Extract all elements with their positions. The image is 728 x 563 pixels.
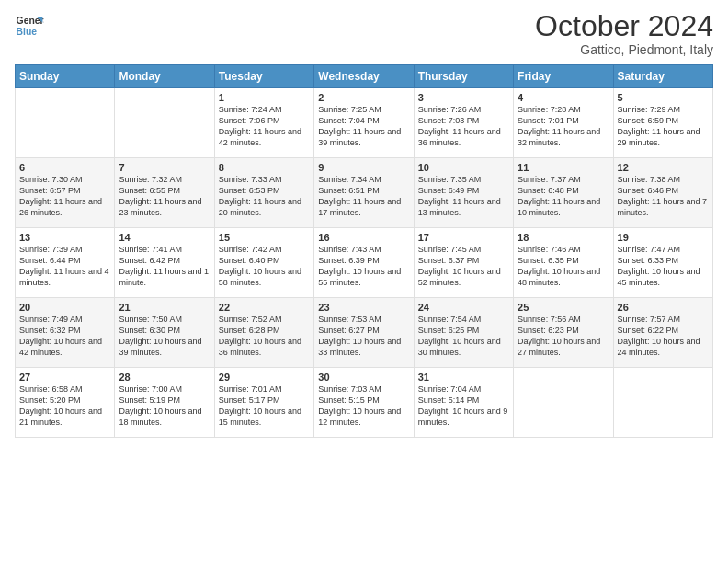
calendar-cell: 24Sunrise: 7:54 AMSunset: 6:25 PMDayligh… xyxy=(414,298,513,368)
cell-content: Sunrise: 7:43 AMSunset: 6:39 PMDaylight:… xyxy=(318,245,401,287)
day-number: 22 xyxy=(219,302,310,313)
cell-content: Sunrise: 7:24 AMSunset: 7:06 PMDaylight:… xyxy=(219,105,301,147)
calendar-cell: 9Sunrise: 7:34 AMSunset: 6:51 PMDaylight… xyxy=(314,158,414,228)
calendar-cell: 10Sunrise: 7:35 AMSunset: 6:49 PMDayligh… xyxy=(414,158,513,228)
day-number: 12 xyxy=(618,162,709,173)
calendar-row: 1Sunrise: 7:24 AMSunset: 7:06 PMDaylight… xyxy=(16,88,713,158)
calendar-cell: 25Sunrise: 7:56 AMSunset: 6:23 PMDayligh… xyxy=(514,298,613,368)
cell-content: Sunrise: 7:45 AMSunset: 6:37 PMDaylight:… xyxy=(418,245,501,287)
calendar-cell: 4Sunrise: 7:28 AMSunset: 7:01 PMDaylight… xyxy=(514,88,613,158)
cell-content: Sunrise: 7:00 AMSunset: 5:19 PMDaylight:… xyxy=(119,385,201,427)
day-number: 18 xyxy=(518,232,609,243)
title-block: October 2024 Gattico, Piedmont, Italy xyxy=(535,11,713,57)
calendar-cell: 19Sunrise: 7:47 AMSunset: 6:33 PMDayligh… xyxy=(613,228,712,298)
calendar-cell: 26Sunrise: 7:57 AMSunset: 6:22 PMDayligh… xyxy=(613,298,712,368)
day-number: 4 xyxy=(518,92,609,103)
day-number: 17 xyxy=(418,232,509,243)
cell-content: Sunrise: 6:58 AMSunset: 5:20 PMDaylight:… xyxy=(19,385,102,427)
cell-content: Sunrise: 7:39 AMSunset: 6:44 PMDaylight:… xyxy=(19,245,109,287)
day-number: 8 xyxy=(219,162,310,173)
cell-content: Sunrise: 7:54 AMSunset: 6:25 PMDaylight:… xyxy=(418,315,501,357)
cell-content: Sunrise: 7:42 AMSunset: 6:40 PMDaylight:… xyxy=(219,245,301,287)
day-number: 28 xyxy=(119,372,210,383)
calendar-row: 27Sunrise: 6:58 AMSunset: 5:20 PMDayligh… xyxy=(16,368,713,438)
calendar-cell: 23Sunrise: 7:53 AMSunset: 6:27 PMDayligh… xyxy=(314,298,414,368)
cell-content: Sunrise: 7:29 AMSunset: 6:59 PMDaylight:… xyxy=(618,105,700,147)
weekday-header: Monday xyxy=(115,65,214,88)
calendar-row: 6Sunrise: 7:30 AMSunset: 6:57 PMDaylight… xyxy=(16,158,713,228)
day-number: 16 xyxy=(318,232,409,243)
day-number: 31 xyxy=(418,372,509,383)
calendar-cell: 8Sunrise: 7:33 AMSunset: 6:53 PMDaylight… xyxy=(214,158,313,228)
day-number: 5 xyxy=(618,92,709,103)
cell-content: Sunrise: 7:53 AMSunset: 6:27 PMDaylight:… xyxy=(318,315,401,357)
cell-content: Sunrise: 7:26 AMSunset: 7:03 PMDaylight:… xyxy=(418,105,501,147)
cell-content: Sunrise: 7:52 AMSunset: 6:28 PMDaylight:… xyxy=(219,315,301,357)
cell-content: Sunrise: 7:49 AMSunset: 6:32 PMDaylight:… xyxy=(19,315,102,357)
logo: General Blue xyxy=(15,11,44,40)
weekday-header: Thursday xyxy=(414,65,513,88)
cell-content: Sunrise: 7:01 AMSunset: 5:17 PMDaylight:… xyxy=(219,385,301,427)
cell-content: Sunrise: 7:32 AMSunset: 6:55 PMDaylight:… xyxy=(119,175,201,217)
cell-content: Sunrise: 7:56 AMSunset: 6:23 PMDaylight:… xyxy=(518,315,600,357)
svg-text:Blue: Blue xyxy=(17,27,38,37)
cell-content: Sunrise: 7:04 AMSunset: 5:14 PMDaylight:… xyxy=(418,385,508,427)
calendar-cell: 17Sunrise: 7:45 AMSunset: 6:37 PMDayligh… xyxy=(414,228,513,298)
calendar-cell: 11Sunrise: 7:37 AMSunset: 6:48 PMDayligh… xyxy=(514,158,613,228)
calendar-cell xyxy=(514,368,613,438)
calendar-cell: 5Sunrise: 7:29 AMSunset: 6:59 PMDaylight… xyxy=(613,88,712,158)
calendar-cell: 30Sunrise: 7:03 AMSunset: 5:15 PMDayligh… xyxy=(314,368,414,438)
day-number: 15 xyxy=(219,232,310,243)
calendar-cell: 2Sunrise: 7:25 AMSunset: 7:04 PMDaylight… xyxy=(314,88,414,158)
calendar-cell: 7Sunrise: 7:32 AMSunset: 6:55 PMDaylight… xyxy=(115,158,214,228)
day-number: 19 xyxy=(618,232,709,243)
calendar-cell: 27Sunrise: 6:58 AMSunset: 5:20 PMDayligh… xyxy=(16,368,115,438)
calendar-cell: 22Sunrise: 7:52 AMSunset: 6:28 PMDayligh… xyxy=(214,298,313,368)
weekday-header: Saturday xyxy=(613,65,712,88)
calendar-header-row: SundayMondayTuesdayWednesdayThursdayFrid… xyxy=(16,65,713,88)
calendar-cell xyxy=(16,88,115,158)
day-number: 20 xyxy=(19,302,110,313)
day-number: 9 xyxy=(318,162,409,173)
calendar-table: SundayMondayTuesdayWednesdayThursdayFrid… xyxy=(15,64,713,438)
page-header: General Blue October 2024 Gattico, Piedm… xyxy=(15,11,713,57)
cell-content: Sunrise: 7:38 AMSunset: 6:46 PMDaylight:… xyxy=(618,175,708,217)
day-number: 14 xyxy=(119,232,210,243)
cell-content: Sunrise: 7:47 AMSunset: 6:33 PMDaylight:… xyxy=(618,245,700,287)
cell-content: Sunrise: 7:03 AMSunset: 5:15 PMDaylight:… xyxy=(318,385,401,427)
day-number: 23 xyxy=(318,302,409,313)
day-number: 13 xyxy=(19,232,110,243)
cell-content: Sunrise: 7:33 AMSunset: 6:53 PMDaylight:… xyxy=(219,175,301,217)
calendar-cell: 13Sunrise: 7:39 AMSunset: 6:44 PMDayligh… xyxy=(16,228,115,298)
calendar-cell: 16Sunrise: 7:43 AMSunset: 6:39 PMDayligh… xyxy=(314,228,414,298)
day-number: 6 xyxy=(19,162,110,173)
day-number: 26 xyxy=(618,302,709,313)
day-number: 2 xyxy=(318,92,409,103)
day-number: 30 xyxy=(318,372,409,383)
calendar-row: 13Sunrise: 7:39 AMSunset: 6:44 PMDayligh… xyxy=(16,228,713,298)
calendar-cell: 3Sunrise: 7:26 AMSunset: 7:03 PMDaylight… xyxy=(414,88,513,158)
cell-content: Sunrise: 7:28 AMSunset: 7:01 PMDaylight:… xyxy=(518,105,600,147)
weekday-header: Tuesday xyxy=(214,65,313,88)
cell-content: Sunrise: 7:37 AMSunset: 6:48 PMDaylight:… xyxy=(518,175,600,217)
day-number: 27 xyxy=(19,372,110,383)
cell-content: Sunrise: 7:30 AMSunset: 6:57 PMDaylight:… xyxy=(19,175,102,217)
weekday-header: Sunday xyxy=(16,65,115,88)
day-number: 24 xyxy=(418,302,509,313)
cell-content: Sunrise: 7:57 AMSunset: 6:22 PMDaylight:… xyxy=(618,315,700,357)
cell-content: Sunrise: 7:34 AMSunset: 6:51 PMDaylight:… xyxy=(318,175,401,217)
cell-content: Sunrise: 7:35 AMSunset: 6:49 PMDaylight:… xyxy=(418,175,501,217)
day-number: 25 xyxy=(518,302,609,313)
logo-icon: General Blue xyxy=(15,11,44,40)
calendar-cell: 20Sunrise: 7:49 AMSunset: 6:32 PMDayligh… xyxy=(16,298,115,368)
day-number: 29 xyxy=(219,372,310,383)
calendar-cell: 21Sunrise: 7:50 AMSunset: 6:30 PMDayligh… xyxy=(115,298,214,368)
day-number: 10 xyxy=(418,162,509,173)
calendar-cell xyxy=(115,88,214,158)
cell-content: Sunrise: 7:46 AMSunset: 6:35 PMDaylight:… xyxy=(518,245,600,287)
cell-content: Sunrise: 7:50 AMSunset: 6:30 PMDaylight:… xyxy=(119,315,201,357)
day-number: 11 xyxy=(518,162,609,173)
calendar-cell xyxy=(613,368,712,438)
calendar-cell: 6Sunrise: 7:30 AMSunset: 6:57 PMDaylight… xyxy=(16,158,115,228)
day-number: 21 xyxy=(119,302,210,313)
